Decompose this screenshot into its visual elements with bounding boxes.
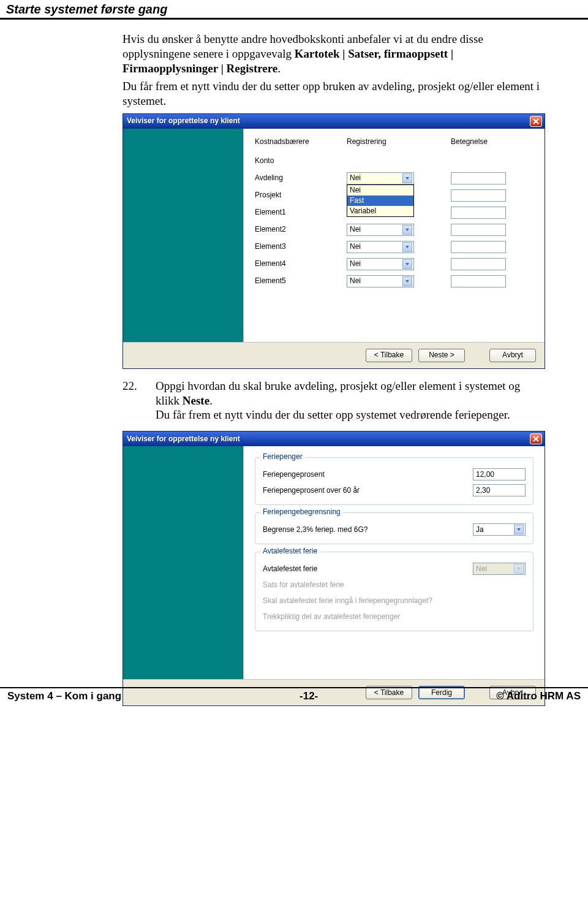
betegnelse-element4[interactable]: [451, 258, 506, 270]
betegnelse-element3[interactable]: [451, 241, 506, 253]
intro-paragraph-2: Du får frem et nytt vindu der du setter …: [123, 79, 545, 108]
label-sats-avtalefestet: Sats for avtalefestet ferie: [263, 580, 526, 590]
row-label-element4: Element4: [255, 259, 347, 268]
chevron-down-icon[interactable]: [402, 242, 412, 252]
wizard-main-panel: Feriepenger Feriepengeprosent 12,00 Feri…: [243, 446, 545, 679]
combo-element2-value: Nei: [350, 225, 361, 234]
back-button[interactable]: < Tilbake: [366, 349, 412, 362]
chevron-down-icon: [514, 564, 524, 574]
group-legend-avtalefestet: Avtalefestet ferie: [260, 547, 320, 556]
titlebar[interactable]: Veiviser for opprettelse ny klient: [123, 114, 545, 129]
label-begrense-6g: Begrense 2,3% feriep. med 6G?: [263, 525, 473, 534]
step-22: 22. Oppgi hvordan du skal bruke avdeling…: [123, 379, 545, 426]
combo-options-popup: Nei Fast Variabel: [347, 184, 414, 217]
para1-t2: .: [277, 62, 281, 75]
wizard-side-panel: [123, 129, 243, 342]
group-legend-begrensning: Feriepengebegrensning: [260, 507, 343, 517]
step22-b1: Neste: [183, 394, 209, 407]
combo-avdeling-value: Nei: [350, 173, 361, 183]
group-feriepengebegrensning: Feriepengebegrensning Begrense 2,3% feri…: [255, 512, 533, 544]
input-fp-prosent[interactable]: 12,00: [473, 468, 526, 481]
combo-avtalefestet-ferie[interactable]: Nei: [473, 563, 526, 575]
input-fp-prosent-60[interactable]: 2,30: [473, 484, 526, 496]
wizard-main-panel: Kostnadsbærere Registrering Betegnelse K…: [243, 129, 545, 342]
combo-element5-value: Nei: [350, 276, 361, 286]
chevron-down-icon[interactable]: [402, 259, 412, 269]
value-fp-prosent-60: 2,30: [476, 486, 490, 495]
combo-element4-value: Nei: [350, 259, 361, 268]
titlebar[interactable]: Veiviser for opprettelse ny klient: [123, 431, 545, 446]
wizard-dialog-2: Veiviser for opprettelse ny klient Ferie…: [123, 431, 545, 706]
step22-t2: .: [209, 394, 213, 407]
label-inngaa-grunnlag: Skal avtalefestet ferie inngå i feriepen…: [263, 596, 526, 606]
betegnelse-element1[interactable]: [451, 207, 506, 219]
label-fp-prosent-60: Feriepengeprosent over 60 år: [263, 486, 473, 495]
footer-right: © Aditro HRM AS: [496, 690, 581, 702]
combo-element3-value: Nei: [350, 242, 361, 251]
close-icon[interactable]: [530, 433, 542, 444]
combo-avtalefestet-value: Nei: [476, 564, 487, 574]
betegnelse-element5[interactable]: [451, 275, 506, 287]
chevron-down-icon[interactable]: [514, 525, 524, 534]
wizard-side-panel: [123, 446, 243, 679]
group-legend-feriepenger: Feriepenger: [260, 452, 305, 462]
combo-element3[interactable]: Nei: [347, 241, 414, 253]
row-label-avdeling: Avdeling: [255, 173, 347, 183]
dialog-title: Veiviser for opprettelse ny klient: [127, 116, 240, 126]
row-label-element5: Element5: [255, 276, 347, 286]
label-avtalefestet-ferie: Avtalefestet ferie: [263, 564, 473, 574]
row-label-element1: Element1: [255, 208, 347, 217]
next-button[interactable]: Neste >: [418, 349, 465, 362]
dialog-title: Veiviser for opprettelse ny klient: [127, 435, 240, 444]
intro-paragraph: Hvis du ønsker å benytte andre hovedboks…: [123, 32, 545, 75]
betegnelse-avdeling[interactable]: [451, 172, 506, 184]
value-fp-prosent: 12,00: [476, 470, 494, 479]
step22-t3: Du får frem et nytt vindu der du setter …: [156, 408, 545, 422]
col-header-registrering: Registrering: [347, 137, 451, 146]
footer-left: System 4 – Kom i gang: [7, 690, 121, 702]
row-label-element3: Element3: [255, 242, 347, 251]
close-icon[interactable]: [530, 116, 542, 127]
col-header-betegnelse: Betegnelse: [451, 137, 533, 146]
footer-center: -12-: [300, 690, 318, 702]
chevron-down-icon[interactable]: [402, 173, 412, 183]
combo-element4[interactable]: Nei: [347, 258, 414, 270]
step-number: 22.: [123, 379, 141, 426]
combo-option-variabel[interactable]: Variabel: [347, 206, 413, 216]
wizard-dialog-1: Veiviser for opprettelse ny klient Kostn…: [123, 113, 545, 369]
combo-begrense-6g-value: Ja: [476, 525, 484, 534]
combo-element5[interactable]: Nei: [347, 275, 414, 287]
col-header-kostnadsbaerere: Kostnadsbærere: [255, 137, 347, 146]
betegnelse-element2[interactable]: [451, 224, 506, 236]
chevron-down-icon[interactable]: [402, 276, 412, 286]
combo-avdeling[interactable]: Nei Nei Fast Variabel: [347, 172, 414, 184]
label-trekkpliktig-del: Trekkpliktig del av avtalefestet feriepe…: [263, 612, 526, 621]
combo-begrense-6g[interactable]: Ja: [473, 523, 526, 536]
group-avtalefestet: Avtalefestet ferie Avtalefestet ferie Ne…: [255, 552, 533, 631]
group-feriepenger: Feriepenger Feriepengeprosent 12,00 Feri…: [255, 457, 533, 505]
chevron-down-icon[interactable]: [402, 225, 412, 235]
cancel-button[interactable]: Avbryt: [489, 349, 536, 362]
row-label-konto: Konto: [255, 156, 347, 165]
combo-option-fast[interactable]: Fast: [347, 196, 413, 206]
combo-element2[interactable]: Nei: [347, 224, 414, 236]
page-footer: System 4 – Kom i gang -12- © Aditro HRM …: [0, 687, 588, 706]
combo-option-nei[interactable]: Nei: [347, 185, 413, 196]
label-fp-prosent: Feriepengeprosent: [263, 470, 473, 479]
page-header: Starte systemet første gang: [0, 0, 588, 20]
row-label-element2: Element2: [255, 225, 347, 234]
row-label-prosjekt: Prosjekt: [255, 191, 347, 200]
betegnelse-prosjekt[interactable]: [451, 189, 506, 202]
